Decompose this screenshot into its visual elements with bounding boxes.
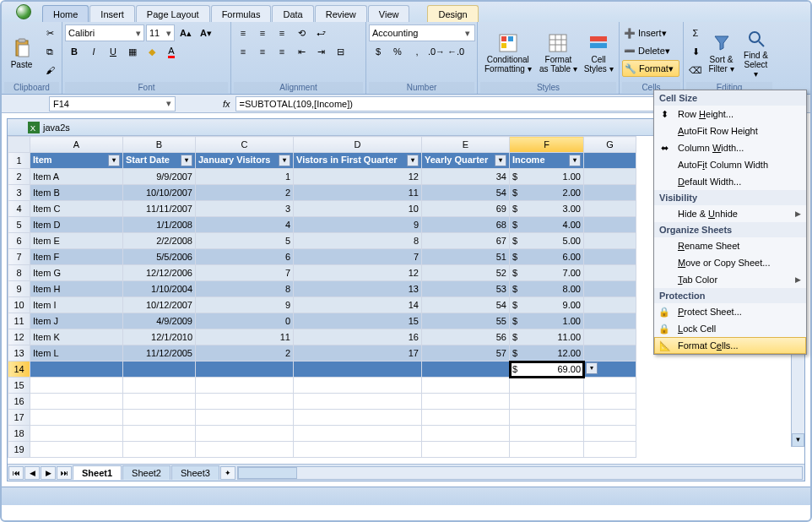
font-size-combo[interactable]: ▾ — [146, 24, 175, 41]
cell[interactable]: 6 — [196, 249, 294, 265]
cell[interactable] — [294, 394, 422, 410]
col-header-B[interactable]: B — [123, 137, 196, 153]
cell[interactable] — [584, 233, 636, 249]
menu-format-cells[interactable]: 📐Format Cells... — [654, 337, 806, 354]
cell[interactable]: 54 — [422, 185, 510, 201]
cell[interactable] — [422, 410, 510, 426]
cell[interactable]: 53 — [422, 281, 510, 297]
cell[interactable] — [123, 394, 196, 410]
cell[interactable] — [510, 442, 584, 458]
row-header-4[interactable]: 4 — [8, 201, 30, 217]
cell[interactable] — [584, 265, 636, 281]
cell[interactable]: 13 — [294, 281, 422, 297]
fx-icon[interactable]: fx — [223, 99, 230, 109]
cell[interactable] — [294, 362, 422, 378]
cell[interactable]: 14 — [294, 297, 422, 313]
cell[interactable]: 55 — [422, 313, 510, 329]
col-header-D[interactable]: D — [294, 137, 422, 153]
sheet-nav-last[interactable]: ⏭ — [57, 466, 72, 480]
row-header-12[interactable]: 12 — [8, 329, 30, 345]
cell[interactable]: $1.00 — [510, 169, 584, 185]
filter-icon[interactable]: ▾ — [495, 155, 506, 166]
cell[interactable]: 16 — [294, 329, 422, 345]
sheet-tab-sheet2[interactable]: Sheet2 — [122, 465, 171, 480]
cell[interactable]: 7 — [294, 249, 422, 265]
cell[interactable] — [510, 394, 584, 410]
cell[interactable] — [294, 378, 422, 394]
sort-filter-button[interactable]: Sort &Filter ▾ — [705, 24, 738, 82]
tab-formulas[interactable]: Formulas — [211, 5, 272, 22]
menu-default-width[interactable]: Default Width... — [654, 173, 806, 190]
sheet-tab-sheet1[interactable]: Sheet1 — [73, 465, 122, 480]
row-header-17[interactable]: 17 — [8, 410, 30, 426]
sheet-tab-sheet3[interactable]: Sheet3 — [171, 465, 219, 480]
orientation-button[interactable]: ⟲ — [292, 24, 311, 41]
row-header-16[interactable]: 16 — [8, 394, 30, 410]
row-header-9[interactable]: 9 — [8, 281, 30, 297]
menu-move-copy[interactable]: Move or Copy Sheet... — [654, 254, 806, 271]
table-header-cell[interactable]: Income▾ — [510, 153, 584, 169]
number-format-combo[interactable]: ▾ — [369, 24, 475, 41]
cell[interactable] — [584, 217, 636, 233]
fill-color-button[interactable]: ◆ — [143, 43, 161, 60]
cell-styles-button[interactable]: CellStyles ▾ — [581, 24, 616, 82]
cell[interactable]: 0 — [196, 313, 294, 329]
increase-indent-button[interactable]: ⇥ — [311, 43, 330, 60]
format-as-table-button[interactable]: Formatas Table ▾ — [538, 24, 580, 82]
table-header-cell[interactable]: Start Date▾ — [123, 153, 196, 169]
col-header-E[interactable]: E — [422, 137, 510, 153]
name-box[interactable]: F14▾ — [49, 96, 176, 111]
cell[interactable]: $12.00 — [510, 345, 584, 362]
cell[interactable]: 52 — [422, 265, 510, 281]
cell[interactable]: 10 — [294, 201, 422, 217]
cell[interactable] — [510, 378, 584, 394]
menu-row-height[interactable]: ⬍Row Height... — [654, 106, 806, 122]
cell[interactable] — [510, 426, 584, 442]
cell[interactable]: 56 — [422, 329, 510, 345]
merge-button[interactable]: ⊟ — [331, 43, 349, 60]
row-header-8[interactable]: 8 — [8, 265, 30, 281]
cell[interactable]: 15 — [294, 313, 422, 329]
cell[interactable] — [123, 362, 196, 378]
clear-button[interactable]: ⌫ — [686, 62, 705, 79]
cell[interactable]: Item A — [30, 169, 123, 185]
menu-autofit-column[interactable]: AutoFit Column Width — [654, 156, 806, 173]
font-color-button[interactable]: A — [162, 43, 181, 60]
row-header-18[interactable]: 18 — [8, 426, 30, 442]
cell[interactable] — [584, 297, 636, 313]
cell[interactable]: 69 — [422, 201, 510, 217]
cell[interactable]: $3.00 — [510, 201, 584, 217]
cell[interactable]: Item J — [30, 313, 123, 329]
menu-tab-color[interactable]: Tab Color▶ — [654, 271, 806, 288]
cell[interactable] — [294, 410, 422, 426]
percent-button[interactable]: % — [388, 43, 407, 60]
cell[interactable] — [584, 281, 636, 297]
cell[interactable] — [123, 378, 196, 394]
table-header-cell[interactable]: Item▾ — [30, 153, 123, 169]
align-top-button[interactable]: ≡ — [234, 24, 252, 41]
cell[interactable] — [584, 329, 636, 345]
cell[interactable] — [422, 394, 510, 410]
cell[interactable] — [196, 362, 294, 378]
cell[interactable]: Item B — [30, 185, 123, 201]
cell[interactable]: 8 — [196, 281, 294, 297]
cell[interactable]: 57 — [422, 345, 510, 362]
cell[interactable]: 2 — [196, 185, 294, 201]
tab-review[interactable]: Review — [315, 5, 367, 22]
cell[interactable] — [196, 426, 294, 442]
cell[interactable]: 11 — [294, 185, 422, 201]
currency-button[interactable]: $ — [369, 43, 387, 60]
cell[interactable] — [584, 185, 636, 201]
border-button[interactable]: ▦ — [123, 43, 142, 60]
cell[interactable]: 4/9/2009 — [123, 313, 196, 329]
cut-button[interactable]: ✂ — [41, 24, 59, 41]
cell[interactable]: 9 — [294, 217, 422, 233]
cell[interactable]: Item F — [30, 249, 123, 265]
cell[interactable]: $8.00 — [510, 281, 584, 297]
cell[interactable] — [123, 426, 196, 442]
cell[interactable] — [422, 362, 510, 378]
cell[interactable]: 17 — [294, 345, 422, 362]
cell[interactable] — [510, 410, 584, 426]
filter-icon[interactable]: ▾ — [108, 155, 120, 166]
decrease-decimal-button[interactable]: ←.0 — [447, 43, 465, 60]
